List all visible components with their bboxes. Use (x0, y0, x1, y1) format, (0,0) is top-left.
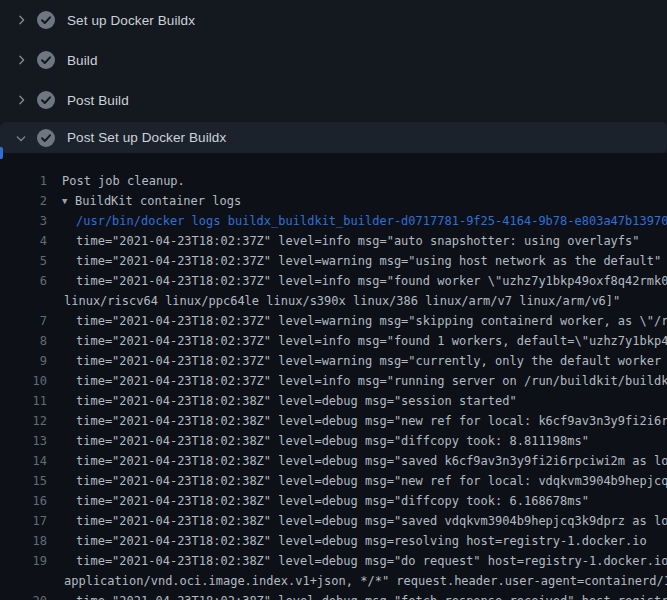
log-row: 15time="2021-04-23T18:02:38Z" level=debu… (0, 471, 667, 491)
check-circle-icon (37, 129, 55, 147)
step-label: Post Build (67, 93, 129, 108)
log-row: 17time="2021-04-23T18:02:38Z" level=debu… (0, 511, 667, 531)
log-text: application/vnd.oci.image.index.v1+json,… (64, 571, 667, 591)
log-text: time="2021-04-23T18:02:38Z" level=debug … (76, 411, 667, 431)
step-row-build[interactable]: Build (0, 40, 667, 80)
log-area: 1Post job cleanup.2▼BuildKit container l… (0, 153, 667, 600)
log-command-text: /usr/bin/docker logs buildx_buildkit_bui… (76, 211, 667, 231)
log-line-number[interactable]: 17 (0, 511, 47, 531)
log-line-number[interactable]: 16 (0, 491, 47, 511)
log-line-number[interactable]: 18 (0, 531, 47, 551)
log-text: time="2021-04-23T18:02:38Z" level=debug … (76, 391, 517, 411)
log-text: time="2021-04-23T18:02:38Z" level=debug … (76, 531, 647, 551)
log-line-number[interactable]: 6 (0, 271, 47, 291)
log-text: ▼BuildKit container logs (62, 191, 241, 211)
log-row: 12time="2021-04-23T18:02:38Z" level=debu… (0, 411, 667, 431)
log-row: 1Post job cleanup. (0, 171, 667, 191)
log-text: time="2021-04-23T18:02:37Z" level=info m… (76, 271, 667, 291)
log-text: time="2021-04-23T18:02:38Z" level=debug … (76, 511, 667, 531)
log-line-number[interactable]: 14 (0, 451, 47, 471)
chevron-right-icon[interactable] (14, 13, 28, 27)
log-text: time="2021-04-23T18:02:38Z" level=debug … (76, 471, 667, 491)
log-line-number[interactable]: 10 (0, 371, 47, 391)
log-row: 9time="2021-04-23T18:02:37Z" level=warni… (0, 351, 667, 371)
check-circle-icon (37, 51, 55, 69)
chevron-right-icon[interactable] (14, 93, 28, 107)
triangle-down-icon[interactable]: ▼ (62, 191, 75, 211)
step-row-post-build[interactable]: Post Build (0, 80, 667, 120)
log-row: 14time="2021-04-23T18:02:38Z" level=debu… (0, 451, 667, 471)
log-line-number[interactable]: 13 (0, 431, 47, 451)
log-text: time="2021-04-23T18:02:38Z" level=debug … (76, 451, 667, 471)
log-text: time="2021-04-23T18:02:37Z" level=info m… (76, 331, 667, 351)
chevron-down-icon[interactable] (14, 131, 28, 145)
step-label: Post Set up Docker Buildx (67, 130, 226, 145)
log-line-number[interactable]: 19 (0, 551, 47, 571)
log-line-number[interactable]: 11 (0, 391, 47, 411)
log-text: Post job cleanup. (62, 171, 185, 191)
log-row: 16time="2021-04-23T18:02:38Z" level=debu… (0, 491, 667, 511)
log-text: time="2021-04-23T18:02:37Z" level=warnin… (76, 251, 661, 271)
log-text: linux/riscv64 linux/ppc64le linux/s390x … (64, 291, 620, 311)
log-row: 20time="2021-04-23T18:02:38Z" level=debu… (0, 591, 667, 600)
log-row: 18time="2021-04-23T18:02:38Z" level=debu… (0, 531, 667, 551)
log-text: time="2021-04-23T18:02:37Z" level=warnin… (76, 351, 667, 371)
actions-log-viewer: { "colors": { "page_bg": "#14181f", "exp… (0, 0, 667, 600)
log-row: 10time="2021-04-23T18:02:37Z" level=info… (0, 371, 667, 391)
chevron-right-icon[interactable] (14, 53, 28, 67)
log-line-number[interactable]: 15 (0, 471, 47, 491)
log-text: time="2021-04-23T18:02:38Z" level=debug … (76, 491, 589, 511)
log-text: time="2021-04-23T18:02:38Z" level=debug … (76, 431, 589, 451)
log-line-number[interactable]: 8 (0, 331, 47, 351)
log-line-number (0, 571, 47, 591)
step-label: Set up Docker Buildx (67, 13, 195, 28)
log-line-number[interactable]: 7 (0, 311, 47, 331)
log-row: 2▼BuildKit container logs (0, 191, 667, 211)
log-line-number[interactable]: 12 (0, 411, 47, 431)
log-row: 4time="2021-04-23T18:02:37Z" level=info … (0, 231, 667, 251)
log-row: 6time="2021-04-23T18:02:37Z" level=info … (0, 271, 667, 291)
log-line-number[interactable]: 5 (0, 251, 47, 271)
log-row: 5time="2021-04-23T18:02:37Z" level=warni… (0, 251, 667, 271)
log-text: time="2021-04-23T18:02:38Z" level=debug … (76, 591, 667, 600)
steps-list: Set up Docker BuildxBuildPost BuildPost … (0, 0, 667, 153)
log-line-number[interactable]: 20 (0, 591, 47, 600)
log-text: time="2021-04-23T18:02:37Z" level=info m… (76, 371, 667, 391)
log-line-number[interactable]: 2 (0, 191, 47, 211)
log-text: time="2021-04-23T18:02:37Z" level=info m… (76, 231, 640, 251)
log-line-number[interactable]: 3 (0, 211, 47, 231)
log-row: application/vnd.oci.image.index.v1+json,… (0, 571, 667, 591)
log-row: 11time="2021-04-23T18:02:38Z" level=debu… (0, 391, 667, 411)
log-row: linux/riscv64 linux/ppc64le linux/s390x … (0, 291, 667, 311)
log-line-number[interactable]: 1 (0, 171, 47, 191)
log-text: time="2021-04-23T18:02:37Z" level=warnin… (76, 311, 667, 331)
log-group-title[interactable]: BuildKit container logs (75, 194, 241, 208)
log-text: time="2021-04-23T18:02:38Z" level=debug … (76, 551, 667, 571)
step-row-post-set-up-docker-buildx[interactable]: Post Set up Docker Buildx (0, 122, 667, 153)
log-line-number (0, 291, 47, 311)
check-circle-icon (37, 11, 55, 29)
step-label: Build (67, 53, 98, 68)
log-line-number[interactable]: 4 (0, 231, 47, 251)
accent-bar (0, 147, 3, 159)
log-row: 8time="2021-04-23T18:02:37Z" level=info … (0, 331, 667, 351)
log-row: 19time="2021-04-23T18:02:38Z" level=debu… (0, 551, 667, 571)
check-circle-icon (37, 91, 55, 109)
log-row: 13time="2021-04-23T18:02:38Z" level=debu… (0, 431, 667, 451)
log-row: 3/usr/bin/docker logs buildx_buildkit_bu… (0, 211, 667, 231)
step-row-set-up-docker-buildx[interactable]: Set up Docker Buildx (0, 0, 667, 40)
log-line-number[interactable]: 9 (0, 351, 47, 371)
log-row: 7time="2021-04-23T18:02:37Z" level=warni… (0, 311, 667, 331)
